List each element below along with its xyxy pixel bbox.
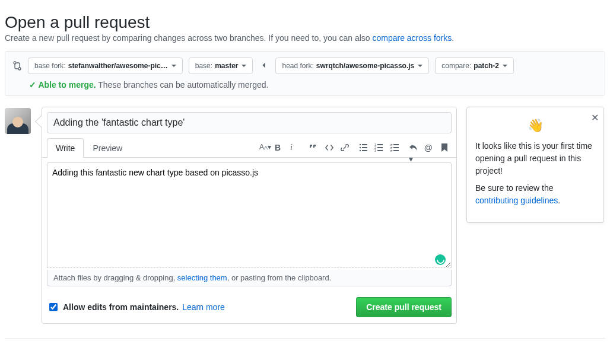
mention-icon[interactable]: @ (424, 143, 434, 152)
ordered-list-icon[interactable]: 123 (374, 143, 384, 152)
svg-rect-11 (377, 144, 383, 145)
head-fork-select[interactable]: head fork: swrqtch/awesome-picasso.js (275, 58, 429, 74)
range-editor: base fork: stefanwalther/awesome-pic… ba… (5, 51, 605, 96)
svg-rect-6 (362, 147, 367, 148)
contributing-guidelines-link[interactable]: contributing guidelines (475, 196, 558, 205)
pr-title-input[interactable] (47, 112, 452, 133)
arrow-left-icon (259, 61, 269, 71)
attach-hint: Attach files by dragging & dropping, sel… (47, 270, 452, 286)
tip-p2-post: . (558, 196, 560, 205)
tip-paragraph-2: Be sure to review the contributing guide… (475, 182, 595, 207)
wave-icon: 👋 (475, 116, 595, 135)
svg-point-3 (360, 147, 361, 148)
link-icon[interactable] (340, 143, 350, 152)
base-branch-select[interactable]: base: master (189, 58, 253, 74)
subtitle-tail: . (452, 33, 454, 43)
base-value: master (215, 60, 238, 71)
svg-rect-16 (393, 150, 399, 151)
italic-icon[interactable]: i (290, 143, 300, 152)
pr-body-textarea[interactable] (47, 162, 452, 268)
text-size-icon[interactable]: AA▾ (259, 143, 269, 152)
compare-label: compare: (441, 60, 471, 71)
reply-icon[interactable]: ▾ (409, 143, 418, 152)
base-label: base: (195, 60, 212, 71)
chevron-down-icon (503, 65, 507, 67)
selecting-them-link[interactable]: selecting them (177, 273, 227, 282)
chevron-down-icon (418, 65, 422, 67)
merge-status-message: These branches can be automatically merg… (98, 80, 268, 90)
tab-preview[interactable]: Preview (84, 138, 131, 158)
attach-hint-post: , or pasting from the clipboard. (227, 273, 332, 282)
svg-rect-14 (393, 144, 399, 145)
page-subtitle: Create a new pull request by comparing c… (5, 33, 605, 43)
allow-edits-label: Allow edits from maintainers. (63, 302, 179, 312)
compare-branch-select[interactable]: compare: patch-2 (435, 58, 514, 74)
tip-p2-pre: Be sure to review the (475, 183, 554, 193)
unordered-list-icon[interactable] (359, 143, 368, 152)
head-fork-label: head fork: (282, 60, 313, 71)
git-compare-icon (12, 61, 22, 71)
quote-icon[interactable] (309, 143, 319, 152)
compare-across-forks-link[interactable]: compare across forks (372, 33, 452, 43)
task-list-icon[interactable] (390, 143, 399, 152)
head-fork-value: swrqtch/awesome-picasso.js (316, 60, 414, 71)
svg-text:3: 3 (374, 149, 376, 152)
svg-rect-15 (393, 147, 399, 148)
avatar (5, 108, 31, 134)
close-icon[interactable]: ✕ (591, 111, 599, 125)
chevron-down-icon (171, 65, 176, 67)
svg-rect-5 (362, 144, 367, 145)
compare-value: patch-2 (474, 60, 499, 71)
code-icon[interactable] (325, 143, 334, 152)
tabnav: Write Preview AA▾ B i (42, 138, 456, 158)
subtitle-text: Create a new pull request by comparing c… (5, 33, 372, 43)
bold-icon[interactable]: B (275, 143, 284, 152)
attach-hint-pre: Attach files by dragging & dropping, (53, 273, 177, 282)
base-fork-value: stefanwalther/awesome-pic… (68, 60, 168, 71)
comment-box: Write Preview AA▾ B i (42, 107, 457, 324)
markdown-toolbar: AA▾ B i (259, 143, 452, 152)
check-icon: ✓ (29, 80, 36, 90)
page-title: Open a pull request (5, 13, 605, 32)
merge-status: ✓ Able to merge. These branches can be a… (12, 80, 598, 90)
grammarly-icon[interactable] (435, 254, 446, 265)
svg-point-4 (360, 150, 361, 151)
allow-edits-row[interactable]: Allow edits from maintainers. Learn more (47, 301, 225, 313)
svg-rect-13 (377, 150, 383, 151)
learn-more-link[interactable]: Learn more (182, 302, 225, 312)
chevron-down-icon (242, 65, 246, 67)
base-fork-select[interactable]: base fork: stefanwalther/awesome-pic… (28, 58, 183, 74)
tip-paragraph-1: It looks like this is your first time op… (475, 140, 595, 177)
svg-rect-7 (362, 150, 367, 151)
svg-point-2 (360, 144, 361, 145)
allow-edits-checkbox[interactable] (49, 303, 58, 311)
svg-rect-12 (377, 147, 383, 148)
merge-status-label: Able to merge. (38, 80, 96, 90)
tab-write[interactable]: Write (47, 138, 84, 158)
create-pull-request-button[interactable]: Create pull request (356, 297, 452, 317)
first-time-tip: ✕ 👋 It looks like this is your first tim… (466, 107, 604, 223)
base-fork-label: base fork: (34, 60, 66, 71)
divider (5, 338, 605, 339)
bookmark-icon[interactable] (440, 143, 449, 152)
